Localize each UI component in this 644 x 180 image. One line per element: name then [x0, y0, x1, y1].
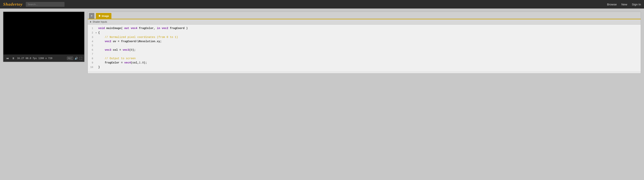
code-content-4: vec2 uv = fragCoord/iResolution.xy; — [98, 39, 162, 43]
code-line-6: 6 vec3 col = vec3(0); — [88, 48, 641, 52]
video-canvas — [4, 12, 84, 55]
code-panel: + 🖥 Image Shader Inputs 1 void mainImage… — [88, 12, 641, 74]
main-content: ⏮ ⏸ 16.27 60.0 fps 1280 x 720 REC 🔊 ⛶ + … — [0, 8, 644, 77]
code-content-9: fragColor = vec4(col,1.0); — [98, 61, 147, 65]
logo: Shadertoy — [3, 2, 23, 7]
code-content-2: { — [98, 30, 100, 35]
shader-inputs-arrow — [90, 21, 92, 23]
play-pause-button[interactable]: ⏸ — [11, 56, 16, 60]
line-num-4: 4 — [89, 40, 96, 44]
code-line-8: 8 // Output to screen — [88, 56, 641, 61]
video-panel: ⏮ ⏸ 16.27 60.0 fps 1280 x 720 REC 🔊 ⛶ — [3, 12, 84, 62]
rec-icon[interactable]: REC — [67, 57, 73, 60]
line-num-8: 8 — [89, 57, 96, 61]
fps-display: 60.0 fps — [26, 57, 37, 60]
code-line-1: 1 void mainImage( out vec4 fragColor, in… — [88, 26, 641, 30]
code-line-7: 7 — [88, 52, 641, 56]
code-line-3: 3 // Normalized pixel coordinates (from … — [88, 35, 641, 39]
add-tab-button[interactable]: + — [89, 13, 94, 19]
code-line-9: 9 fragColor = vec4(col,1.0); — [88, 61, 641, 65]
line-num-9: 9 — [89, 61, 96, 65]
tab-image-icon: 🖥 — [98, 14, 100, 17]
line-num-7: 7 — [89, 52, 96, 56]
code-editor[interactable]: 1 void mainImage( out vec4 fragColor, in… — [88, 24, 641, 71]
line-num-1: 1 — [89, 26, 96, 30]
code-content-3: // Normalized pixel coordinates (from 0 … — [98, 35, 178, 39]
line-num-2: 2 — [89, 31, 96, 35]
search-input[interactable] — [26, 2, 64, 7]
logo-toy: toy — [17, 2, 23, 6]
line-num-5: 5 — [89, 44, 96, 48]
header: Shadertoy Browse New Sign In — [0, 0, 644, 8]
video-controls: ⏮ ⏸ 16.27 60.0 fps 1280 x 720 REC 🔊 ⛶ — [4, 55, 84, 62]
line-num-10: 10 — [89, 65, 96, 69]
fullscreen-icon[interactable]: ⛶ — [80, 57, 82, 60]
browse-link[interactable]: Browse — [607, 3, 617, 6]
nav-links: Browse New Sign In — [607, 3, 641, 6]
logo-shade: Shader — [3, 2, 17, 6]
code-line-2: 2 ▼ { — [88, 30, 641, 35]
shader-inputs-row[interactable]: Shader Inputs — [88, 19, 641, 24]
new-link[interactable]: New — [621, 3, 627, 6]
tab-bar: + 🖥 Image — [88, 12, 641, 19]
resolution-display: 1280 x 720 — [38, 57, 52, 60]
volume-icon[interactable]: 🔊 — [74, 57, 78, 60]
code-content-6: vec3 col = vec3(0); — [98, 48, 136, 52]
code-line-5: 5 — [88, 44, 641, 48]
rewind-button[interactable]: ⏮ — [6, 56, 10, 60]
tab-image-label: Image — [102, 14, 109, 17]
code-content-1: void mainImage( out vec4 fragColor, in v… — [98, 26, 188, 30]
tab-image[interactable]: 🖥 Image — [96, 13, 112, 19]
line-num-3: 3 — [89, 35, 96, 39]
code-content-8: // Output to screen — [98, 56, 136, 61]
line-num-6: 6 — [89, 48, 96, 52]
time-display: 16.27 — [17, 57, 24, 60]
code-line-4: 4 vec2 uv = fragCoord/iResolution.xy; — [88, 39, 641, 44]
code-content-10: } — [98, 65, 100, 69]
sign-in-link[interactable]: Sign In — [632, 3, 641, 6]
shader-inputs-label: Shader Inputs — [92, 20, 107, 23]
code-line-10: 10 } — [88, 65, 641, 69]
line-arrow-2: ▼ — [96, 31, 98, 35]
